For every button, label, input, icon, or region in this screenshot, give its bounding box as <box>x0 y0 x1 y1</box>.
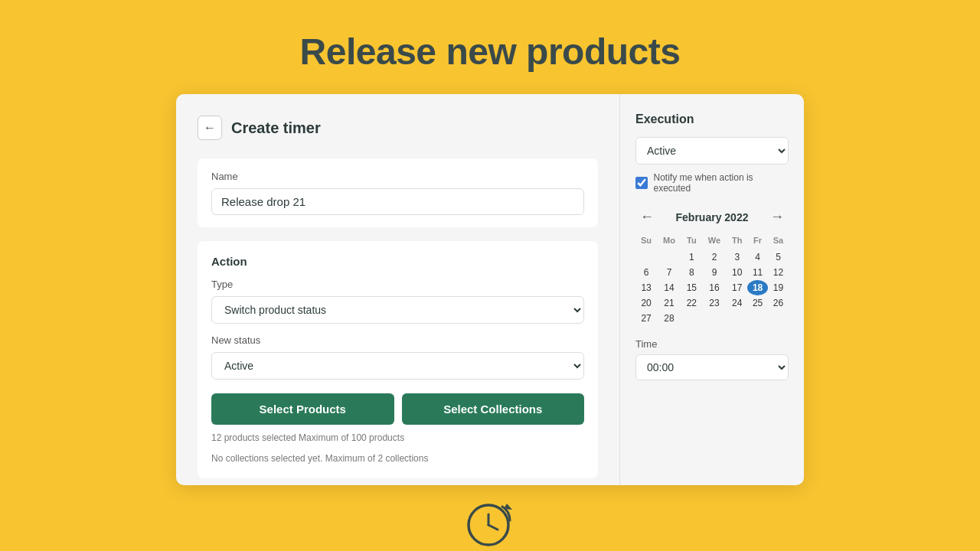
calendar-day[interactable]: 3 <box>727 249 747 265</box>
calendar-day-header: Th <box>727 234 747 249</box>
hint-collections: No collections selected yet. Maximum of … <box>211 452 584 466</box>
calendar-day[interactable]: 20 <box>635 295 657 311</box>
name-label: Name <box>211 171 584 182</box>
calendar-day[interactable]: 18 <box>747 280 768 295</box>
page-title: Release new products <box>300 31 681 73</box>
calendar-day[interactable]: 22 <box>681 295 702 311</box>
calendar-day-header: We <box>702 234 727 249</box>
calendar-day[interactable]: 9 <box>702 265 727 280</box>
action-buttons: Select Products Select Collections <box>211 393 584 425</box>
calendar-week-row: 12345 <box>635 249 789 265</box>
calendar-day[interactable]: 27 <box>635 311 657 326</box>
calendar-day[interactable]: 7 <box>657 265 681 280</box>
main-card: ← Create timer Name Action Type Switch p… <box>176 94 804 485</box>
calendar-day[interactable]: 2 <box>702 249 727 265</box>
calendar-day[interactable]: 24 <box>727 295 747 311</box>
calendar-day[interactable]: 13 <box>635 280 657 295</box>
new-status-label: New status <box>211 334 584 346</box>
select-collections-button[interactable]: Select Collections <box>402 393 585 425</box>
calendar-day[interactable]: 11 <box>747 265 768 280</box>
calendar-day[interactable]: 25 <box>747 295 768 311</box>
calendar-day <box>727 311 747 326</box>
calendar-day <box>635 249 657 265</box>
calendar-day[interactable]: 8 <box>681 265 702 280</box>
execution-label: Execution <box>635 112 789 126</box>
time-select[interactable]: 00:00 <box>635 354 789 380</box>
calendar-day[interactable]: 19 <box>768 280 789 295</box>
svg-line-2 <box>488 525 498 530</box>
calendar-header-row: SuMoTuWeThFrSa <box>635 234 789 249</box>
action-section: Action Type Switch product status New st… <box>198 241 598 478</box>
calendar-day <box>768 311 789 326</box>
calendar-day[interactable]: 21 <box>657 295 681 311</box>
calendar-day[interactable]: 5 <box>768 249 789 265</box>
time-label: Time <box>635 338 789 350</box>
calendar-day[interactable]: 12 <box>768 265 789 280</box>
select-products-button[interactable]: Select Products <box>211 393 394 425</box>
calendar-day[interactable]: 23 <box>702 295 727 311</box>
calendar-week-row: 13141516171819 <box>635 280 789 295</box>
svg-marker-3 <box>504 504 512 510</box>
calendar-day[interactable]: 16 <box>702 280 727 295</box>
calendar-day <box>681 311 702 326</box>
status-select[interactable]: Active Draft <box>211 352 584 380</box>
clock-icon <box>462 496 518 551</box>
calendar-day[interactable]: 15 <box>681 280 702 295</box>
card-title: Create timer <box>231 119 321 137</box>
calendar-day[interactable]: 4 <box>747 249 768 265</box>
back-button[interactable]: ← <box>198 116 222 140</box>
calendar-week-row: 20212223242526 <box>635 295 789 311</box>
left-panel: ← Create timer Name Action Type Switch p… <box>176 94 620 485</box>
next-month-button[interactable]: → <box>766 207 789 227</box>
calendar-grid: SuMoTuWeThFrSa 1234567891011121314151617… <box>635 234 789 326</box>
name-input[interactable] <box>211 188 584 215</box>
notify-checkbox[interactable] <box>635 177 648 189</box>
calendar-day-header: Fr <box>747 234 768 249</box>
action-section-label: Action <box>211 255 584 268</box>
calendar-nav: ← February 2022 → <box>635 207 789 227</box>
clock-icon-wrap <box>462 496 518 551</box>
card-header: ← Create timer <box>198 116 598 140</box>
calendar-day-header: Mo <box>657 234 681 249</box>
calendar-day <box>702 311 727 326</box>
calendar-week-row: 6789101112 <box>635 265 789 280</box>
calendar-day <box>747 311 768 326</box>
type-label: Type <box>211 279 584 290</box>
hint-products: 12 products selected Maximum of 100 prod… <box>211 431 584 445</box>
calendar-month: February 2022 <box>676 211 749 223</box>
calendar-week-row: 2728 <box>635 311 789 326</box>
calendar-day[interactable]: 1 <box>681 249 702 265</box>
calendar-day-header: Tu <box>681 234 702 249</box>
right-panel: Execution Active Inactive Notify me when… <box>620 94 804 485</box>
calendar-day[interactable]: 14 <box>657 280 681 295</box>
calendar-day[interactable]: 6 <box>635 265 657 280</box>
time-section: Time 00:00 <box>635 338 789 380</box>
execution-select[interactable]: Active Inactive <box>635 137 789 165</box>
calendar-day[interactable]: 28 <box>657 311 681 326</box>
calendar-day <box>657 249 681 265</box>
type-select[interactable]: Switch product status <box>211 296 584 324</box>
calendar-day[interactable]: 26 <box>768 295 789 311</box>
calendar-day[interactable]: 10 <box>727 265 747 280</box>
name-field-group: Name <box>198 158 598 227</box>
calendar-day-header: Sa <box>768 234 789 249</box>
calendar-body: 1234567891011121314151617181920212223242… <box>635 249 789 326</box>
calendar-day-header: Su <box>635 234 657 249</box>
calendar-day[interactable]: 17 <box>727 280 747 295</box>
notify-label: Notify me when action is executed <box>654 172 789 194</box>
calendar: ← February 2022 → SuMoTuWeThFrSa 1234567… <box>635 207 789 326</box>
notify-row: Notify me when action is executed <box>635 172 789 194</box>
prev-month-button[interactable]: ← <box>635 207 658 227</box>
